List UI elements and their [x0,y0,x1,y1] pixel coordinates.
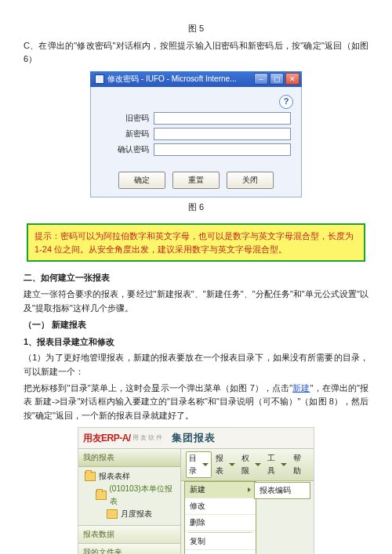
new-submenu: 报表编码 [254,482,310,499]
tip-box: 提示：密码可以为阿拉伯数字和英文字母，也可以是数字与英文字母混合型，长度为 1-… [27,223,365,262]
menu-help[interactable]: 帮助 [291,452,309,477]
menu-permission[interactable]: 权限 [239,452,263,477]
menu-tools-label: 工具 [267,452,279,477]
menu-directory-label: 目录 [189,452,201,477]
folder-icon [107,509,118,519]
close-button[interactable]: 关闭 [227,172,274,189]
tree: 报表表样 (010103)本单位报表 月度报表 [78,467,180,525]
confirm-password-input[interactable] [154,143,291,156]
old-password-input[interactable] [154,112,291,125]
dd-item-new[interactable]: 新建 报表编码 [185,482,256,498]
menu-report-label: 报表 [216,452,227,477]
tree-item-unit-label: (010103)本单位报表 [110,483,177,508]
sub-item-reportcode[interactable]: 报表编码 [255,483,310,498]
dd-item-modify[interactable]: 修改 [185,498,256,515]
item-1-para2a: 把光标移到"目录"菜单上，这时会显示一个弹出菜单（如图 7），点击" [24,383,292,393]
menu-report[interactable]: 报表 [213,452,238,477]
app-title: 集团报表 [172,430,216,447]
dialog-body: ? 旧密码 新密码 确认密码 确定 重置 关闭 [90,87,302,197]
dialog-title: 修改密码 - IUFO - Microsoft Interne... [107,73,236,85]
brand-sub: 用 友 软 件 [132,433,163,444]
pane-data[interactable]: 报表数据 [78,525,180,543]
menubar: 目录 报表 权限 工具 帮助 [181,449,314,481]
old-password-label: 旧密码 [99,112,149,125]
dd-item-modify-label: 修改 [190,500,205,512]
figure5-caption: 图 5 [24,22,368,36]
change-password-dialog: 修改密码 - IUFO - Microsoft Interne... – ▢ ✕… [90,71,302,197]
chevron-down-icon [229,463,235,466]
tree-root[interactable]: 报表表样 [85,470,177,483]
main-area: 目录 报表 权限 工具 帮助 新建 [181,449,314,554]
maximize-button[interactable]: ▢ [270,73,284,85]
chevron-down-icon [255,463,261,466]
tree-item-month[interactable]: 月度报表 [107,508,177,520]
confirm-password-label: 确认密码 [99,143,149,156]
reset-button[interactable]: 重置 [172,172,220,189]
dialog-titlebar[interactable]: 修改密码 - IUFO - Microsoft Interne... – ▢ ✕ [90,71,302,87]
sidebar: 我的报表 报表表样 (010103)本单位报表 月度报表 [78,449,181,554]
tree-root-label: 报表表样 [99,470,130,483]
menu-directory[interactable]: 目录 [186,451,212,478]
help-icon[interactable]: ? [279,95,293,109]
dd-item-move[interactable]: 移动 [185,550,256,554]
figure7-screenshot: 用友ERP-A/ 用 友 软 件 集团报表 我的报表 报表表样 (010103)… [78,427,314,554]
dd-item-copy-label: 复制 [190,535,205,548]
new-password-label: 新密码 [99,128,149,140]
arrow-right-icon [248,487,251,492]
sub-item-reportcode-label: 报表编码 [260,484,291,497]
tree-item-unit[interactable]: (010103)本单位报表 [96,483,177,508]
ok-button[interactable]: 确定 [118,172,165,189]
close-window-button[interactable]: ✕ [285,73,299,85]
item-1-para2: 把光标移到"目录"菜单上，这时会显示一个弹出菜单（如图 7），点击"新建"，在弹… [24,382,368,423]
paragraph-c: C、在弹出的"修改密码"对话框内，按照提示输入旧密码和新密码后，按"确定"返回（… [24,39,368,67]
figure6-caption: 图 6 [24,201,368,215]
app-header: 用友ERP-A/ 用 友 软 件 集团报表 [78,428,314,448]
pane-myfolder[interactable]: 我的文件夹 [78,543,180,554]
section-2-1-heading: （一） 新建报表 [24,318,368,332]
pane-myreport-label: 我的报表 [83,453,114,462]
new-link[interactable]: 新建 [292,383,310,393]
dd-item-new-label: 新建 [190,483,205,496]
menu-permission-label: 权限 [241,452,253,477]
menu-help-label: 帮助 [293,452,307,477]
new-password-input[interactable] [154,128,291,140]
dd-separator [188,532,252,533]
dd-item-delete[interactable]: 删除 [185,515,256,531]
item-1-heading: 1、报表目录建立和修改 [24,335,368,349]
chevron-down-icon [202,463,209,466]
folder-icon [85,472,96,481]
tree-item-month-label: 月度报表 [121,508,152,520]
section-2-intro: 建立一张符合要求的报表，要经过"新建报表"、"新建任务"、"分配任务"和"单元公… [24,288,368,315]
dd-item-copy[interactable]: 复制 [185,534,256,550]
minimize-button[interactable]: – [254,73,268,85]
dd-item-delete-label: 删除 [190,516,205,529]
window-icon [95,74,104,84]
brand-logo: 用友ERP-A/ [83,431,131,446]
folder-icon [96,491,107,500]
chevron-down-icon [281,463,287,466]
item-1-para1: （1）为了更好地管理报表，新建的报表要放在一个报表目录下，如果没有所需要的目录，… [24,351,368,378]
directory-dropdown: 新建 报表编码 修改 删除 复制 [184,481,256,554]
pane-myreport[interactable]: 我的报表 [78,449,180,467]
section-2-heading: 二、如何建立一张报表 [24,271,368,285]
menu-tools[interactable]: 工具 [265,452,289,477]
